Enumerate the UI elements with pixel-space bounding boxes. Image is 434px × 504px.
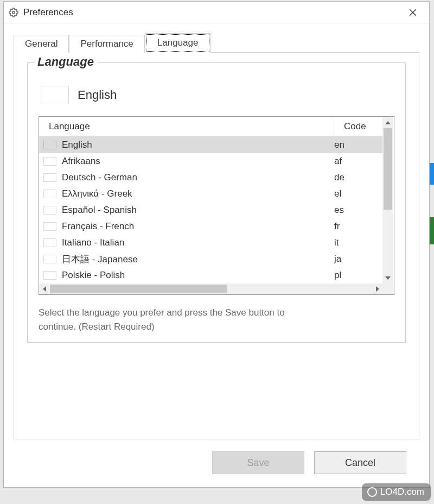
language-row[interactable]: 日本語 - Japaneseja [39, 251, 383, 267]
scroll-up-icon[interactable] [382, 117, 393, 128]
gear-icon [8, 7, 19, 18]
tabcontent-language: Language English Language Code Englishen… [14, 53, 419, 439]
dialog-body: General Performance Language Language En… [4, 23, 429, 487]
scrollbar-track[interactable] [382, 128, 393, 273]
language-code: en [334, 140, 383, 150]
language-code: fr [334, 221, 383, 232]
list-header: Language Code [39, 117, 383, 137]
language-name: Français - French [62, 221, 134, 232]
uk-flag-icon [43, 141, 56, 149]
language-listbox: Language Code EnglishenAfrikaansafDeutsc… [39, 116, 394, 295]
language-code: pl [334, 270, 383, 281]
window-title: Preferences [23, 7, 402, 18]
language-code: de [334, 172, 383, 183]
language-row[interactable]: Ελληνικά - Greekel [39, 186, 383, 202]
titlebar: Preferences [4, 2, 429, 23]
language-name: Italiano - Italian [62, 237, 124, 248]
language-group: Language English Language Code Englishen… [27, 62, 406, 343]
tab-language[interactable]: Language [145, 33, 211, 53]
pl-flag-icon [43, 271, 56, 280]
it-flag-icon [43, 238, 56, 247]
language-code: ja [334, 254, 383, 264]
jp-flag-icon [43, 255, 56, 263]
language-row[interactable]: Polskie - Polishpl [39, 267, 383, 284]
preferences-dialog: Preferences General Performance Language… [3, 1, 430, 488]
current-language: English [41, 86, 392, 104]
language-row[interactable]: Englishen [39, 137, 383, 153]
language-name: Polskie - Polish [62, 270, 125, 281]
watermark-text: LO4D.com [380, 487, 424, 497]
vertical-scrollbar[interactable] [382, 117, 393, 284]
save-button[interactable]: Save [212, 451, 304, 474]
scrollbar-thumb[interactable] [384, 128, 392, 210]
language-name: 日本語 - Japanese [62, 253, 138, 266]
language-name: Español - Spanish [62, 205, 137, 216]
language-name: Deutsch - German [62, 172, 137, 183]
language-list: EnglishenAfrikaansafDeutsch - GermandeΕλ… [39, 137, 383, 284]
language-code: af [334, 156, 383, 167]
tab-general[interactable]: General [14, 35, 69, 53]
language-name: Afrikaans [62, 156, 100, 167]
language-name: Ελληνικά - Greek [62, 188, 132, 199]
gr-flag-icon [43, 190, 56, 198]
horizontal-scrollbar[interactable] [39, 284, 394, 294]
cancel-button[interactable]: Cancel [314, 451, 406, 474]
column-header-code[interactable]: Code [334, 117, 383, 136]
scroll-left-icon[interactable] [39, 284, 50, 294]
dialog-buttons: Save Cancel [14, 439, 419, 487]
watermark: LO4D.com [362, 483, 431, 501]
hint-text: Select the language you prefer and press… [39, 306, 321, 333]
fr-flag-icon [43, 222, 56, 231]
column-header-language[interactable]: Language [39, 117, 334, 136]
language-code: it [334, 237, 383, 248]
scroll-right-icon[interactable] [372, 284, 383, 294]
language-row[interactable]: Deutsch - Germande [39, 169, 383, 186]
tab-performance[interactable]: Performance [69, 35, 144, 53]
svg-point-0 [12, 11, 15, 14]
es-flag-icon [43, 206, 56, 215]
scroll-down-icon[interactable] [382, 273, 393, 284]
tabstrip: General Performance Language [14, 33, 419, 53]
language-row[interactable]: Español - Spanishes [39, 202, 383, 218]
scrollbar-corner [383, 284, 394, 294]
scrollbar-track[interactable] [50, 284, 372, 294]
language-row[interactable]: Italiano - Italianit [39, 235, 383, 251]
scrollbar-thumb[interactable] [50, 285, 227, 293]
language-name: English [62, 140, 92, 150]
language-code: el [334, 188, 383, 199]
language-row[interactable]: Afrikaansaf [39, 153, 383, 169]
uk-flag-icon [41, 86, 69, 104]
globe-icon [367, 487, 377, 497]
de-flag-icon [43, 173, 56, 182]
current-language-name: English [78, 88, 117, 102]
language-row[interactable]: Français - Frenchfr [39, 218, 383, 235]
language-code: es [334, 205, 383, 216]
za-flag-icon [43, 157, 56, 166]
close-button[interactable] [402, 4, 424, 21]
group-legend: Language [34, 55, 97, 69]
